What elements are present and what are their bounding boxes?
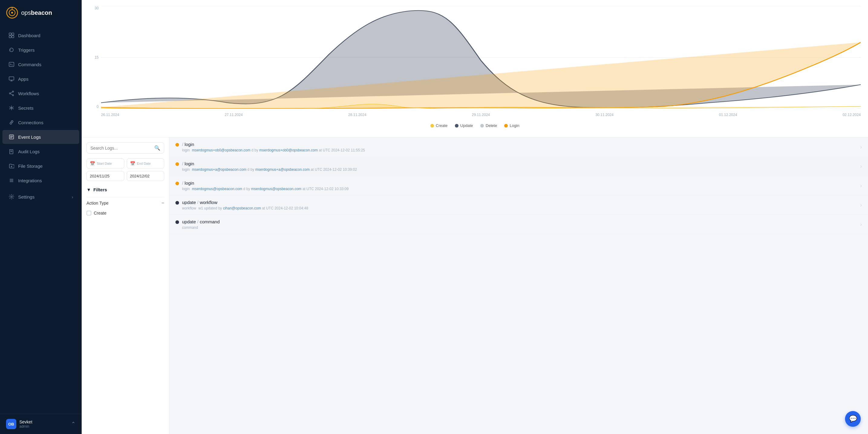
log-meta-action: login bbox=[182, 187, 191, 191]
chevron-right-icon: › bbox=[860, 221, 862, 228]
sidebar-item-integrations[interactable]: Integrations bbox=[2, 173, 79, 188]
sidebar-item-triggers[interactable]: Triggers bbox=[2, 43, 79, 57]
log-action: command bbox=[199, 219, 220, 224]
sidebar-item-label: Commands bbox=[18, 62, 41, 67]
checkbox-input-create[interactable] bbox=[87, 211, 91, 215]
chevron-right-icon: › bbox=[860, 182, 862, 189]
sidebar: opsbeacon Dashboard Triggers Commands bbox=[0, 0, 82, 434]
grid-icon bbox=[8, 32, 14, 38]
log-item-5[interactable]: update / command command › bbox=[169, 215, 868, 234]
user-name: Sevket bbox=[19, 420, 32, 424]
folder-plus-icon bbox=[8, 163, 14, 169]
log-action: workflow bbox=[199, 200, 217, 205]
log-item-4[interactable]: update / workflow workflow w1 updated by… bbox=[169, 196, 868, 215]
search-icon: 🔍 bbox=[154, 145, 160, 151]
sidebar-item-event-logs[interactable]: Event Logs bbox=[2, 130, 79, 144]
legend-label-delete: Delete bbox=[486, 123, 497, 128]
log-preposition: d by bbox=[251, 148, 259, 152]
svg-point-19 bbox=[12, 180, 13, 181]
logs-list: / login login mserdogmus+ob0@opsbeacon.c… bbox=[169, 137, 868, 434]
log-content: / login login mserdogmus+ob0@opsbeacon.c… bbox=[182, 142, 858, 152]
filter-funnel-icon: ▼ bbox=[87, 187, 91, 192]
log-user-to: mserdogmus@opsbeacon.com bbox=[251, 187, 301, 191]
svg-rect-6 bbox=[9, 36, 11, 38]
end-date-field[interactable]: 📅 End Date bbox=[127, 158, 164, 169]
chart-section: 30 15 0 bbox=[82, 0, 868, 137]
terminal-icon bbox=[8, 61, 14, 67]
log-dot bbox=[176, 181, 179, 185]
checkbox-label-create: Create bbox=[94, 211, 106, 215]
end-date: 2024/12/02 bbox=[130, 174, 150, 178]
log-update-prefix: update bbox=[182, 219, 197, 224]
expand-icon[interactable]: ⌃ bbox=[71, 421, 75, 427]
legend-label-create: Create bbox=[436, 123, 447, 128]
sidebar-item-label: Triggers bbox=[18, 47, 34, 53]
svg-point-14 bbox=[10, 179, 11, 180]
log-meta-action: workflow bbox=[182, 206, 197, 210]
sidebar-item-audit-logs[interactable]: Audit Logs bbox=[2, 144, 79, 158]
chart-x-labels: 26.11.2024 27.11.2024 28.11.2024 29.11.2… bbox=[101, 109, 861, 121]
user-role: admin bbox=[19, 424, 32, 429]
log-meta-action: login bbox=[182, 148, 191, 152]
log-action: login bbox=[185, 161, 194, 166]
sidebar-item-apps[interactable]: Apps bbox=[2, 72, 79, 86]
start-date-field[interactable]: 📅 Start Date bbox=[87, 158, 124, 169]
log-timestamp: at UTC 2024-12-02 10:04:48 bbox=[262, 206, 308, 210]
sidebar-item-dashboard[interactable]: Dashboard bbox=[2, 28, 79, 42]
y-label-15: 15 bbox=[89, 55, 101, 60]
filter-panel: 🔍 📅 Start Date 📅 End Date 2024/11/25 bbox=[82, 137, 169, 434]
filters-header: ▼ Filters bbox=[87, 187, 164, 192]
log-title: / login bbox=[182, 180, 858, 186]
logo: opsbeacon bbox=[0, 0, 82, 25]
start-date-value[interactable]: 2024/11/25 bbox=[87, 171, 124, 181]
log-meta-action: login bbox=[182, 167, 191, 172]
log-timestamp: at UTC 2024-12-02 10:33:09 bbox=[303, 187, 349, 191]
x-label-3: 28.11.2024 bbox=[348, 113, 366, 117]
sidebar-item-label: Settings bbox=[18, 194, 34, 199]
chevron-right-icon: › bbox=[860, 163, 862, 170]
sidebar-item-settings[interactable]: Settings › bbox=[2, 190, 79, 204]
date-row: 📅 Start Date 📅 End Date bbox=[87, 158, 164, 169]
sidebar-item-label: Apps bbox=[18, 76, 28, 81]
sidebar-item-commands[interactable]: Commands bbox=[2, 58, 79, 71]
sidebar-item-connections[interactable]: Connections bbox=[2, 115, 79, 129]
action-type-section[interactable]: Action Type − bbox=[87, 197, 164, 209]
sidebar-item-file-storage[interactable]: File Storage bbox=[2, 159, 79, 173]
chat-icon: 💬 bbox=[849, 415, 857, 423]
end-date-value[interactable]: 2024/12/02 bbox=[127, 171, 164, 181]
search-box[interactable]: 🔍 bbox=[87, 142, 164, 154]
sidebar-item-label: File Storage bbox=[18, 164, 43, 169]
log-user-from: mserdogmus+ob0@opsbeacon.com bbox=[192, 148, 250, 152]
log-meta: command bbox=[182, 226, 858, 230]
log-item-3[interactable]: / login login mserdogmus@opsbeacon.com d… bbox=[169, 176, 868, 196]
log-item-1[interactable]: / login login mserdogmus+ob0@opsbeacon.c… bbox=[169, 137, 868, 157]
bottom-section: 🔍 📅 Start Date 📅 End Date 2024/11/25 bbox=[82, 137, 868, 434]
chat-button[interactable]: 💬 bbox=[845, 411, 861, 427]
log-resource: w1 bbox=[198, 206, 203, 210]
list-icon bbox=[8, 134, 14, 140]
log-action: login bbox=[185, 142, 194, 147]
sidebar-nav: Dashboard Triggers Commands Apps bbox=[0, 25, 82, 414]
sidebar-item-workflows[interactable]: Workflows bbox=[2, 87, 79, 100]
svg-rect-9 bbox=[9, 77, 14, 80]
log-dot bbox=[176, 143, 179, 146]
log-updated-by: updated by bbox=[204, 206, 223, 210]
svg-point-20 bbox=[10, 181, 11, 182]
svg-point-22 bbox=[12, 181, 13, 182]
svg-point-17 bbox=[10, 180, 11, 181]
log-user-to: mserdogmus+a@opsbeacon.com bbox=[255, 167, 310, 172]
book-icon bbox=[8, 148, 14, 155]
log-timestamp: at UTC 2024-12-02 11:55:25 bbox=[319, 148, 365, 152]
sidebar-item-secrets[interactable]: Secrets bbox=[2, 101, 79, 115]
log-action: login bbox=[185, 180, 194, 186]
user-info: OB Sevket admin bbox=[6, 419, 32, 429]
sidebar-item-label: Audit Logs bbox=[18, 149, 40, 154]
log-item-2[interactable]: / login login mserdogmus+a@opsbeacon.com… bbox=[169, 157, 868, 176]
chevron-right-icon: › bbox=[860, 144, 862, 150]
checkbox-create[interactable]: Create bbox=[87, 209, 164, 217]
svg-point-15 bbox=[11, 179, 12, 180]
search-input[interactable] bbox=[90, 146, 152, 151]
log-meta: workflow w1 updated by cihan@opsbeacon.c… bbox=[182, 206, 858, 210]
action-type-label: Action Type bbox=[87, 201, 108, 205]
log-title: / login bbox=[182, 142, 858, 147]
